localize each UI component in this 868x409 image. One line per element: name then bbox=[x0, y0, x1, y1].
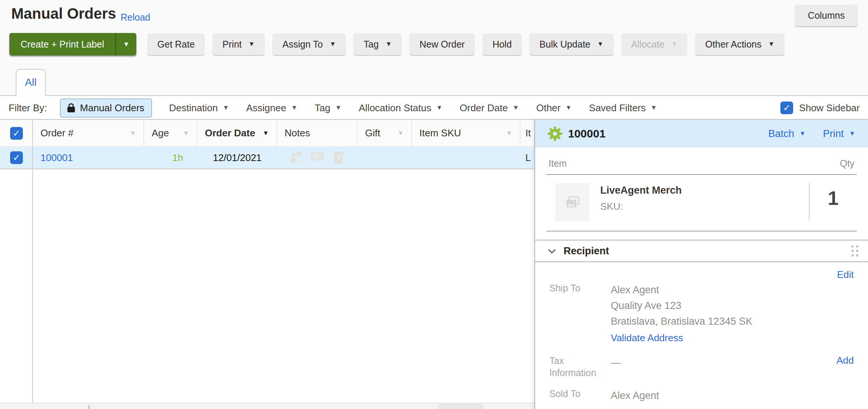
horizontal-scrollbar[interactable] bbox=[0, 403, 534, 409]
caret-down-icon: ▼ bbox=[671, 40, 678, 48]
print-button[interactable]: Print ▼ bbox=[213, 33, 264, 55]
column-notes[interactable]: Notes bbox=[277, 120, 358, 146]
orders-table: ✓ Order # ▼ Age ▼ Order Date ▼ Notes Gif… bbox=[0, 120, 534, 409]
drag-handle-icon[interactable] bbox=[852, 245, 858, 257]
show-sidebar-toggle[interactable]: ✓ Show Sidebar bbox=[780, 102, 860, 114]
show-sidebar-label: Show Sidebar bbox=[799, 102, 860, 114]
recipient-section-title: Recipient bbox=[564, 245, 609, 257]
columns-button-label: Columns bbox=[808, 10, 845, 21]
toolbar: Create + Print Label ▼ Get Rate Print ▼ … bbox=[9, 33, 859, 55]
sidebar-order-number: 100001 bbox=[568, 127, 606, 140]
caret-down-icon: ▼ bbox=[506, 130, 512, 137]
check-icon: ✓ bbox=[783, 103, 790, 113]
caret-down-icon: ▼ bbox=[651, 104, 657, 112]
sidebar-body: Item Qty LiveAgent Merch SKU: bbox=[535, 148, 868, 403]
filter-label: Saved Filters bbox=[589, 102, 646, 114]
filter-saved-filters[interactable]: Saved Filters ▼ bbox=[589, 102, 657, 114]
buyer-note-icon[interactable] bbox=[288, 150, 303, 166]
create-print-label-dropdown[interactable]: ▼ bbox=[115, 33, 136, 55]
item-image-placeholder bbox=[555, 183, 590, 222]
create-print-label-button[interactable]: Create + Print Label ▼ bbox=[9, 33, 136, 55]
recipient-street: Quality Ave 123 bbox=[611, 298, 752, 313]
bulk-update-button[interactable]: Bulk Update ▼ bbox=[530, 33, 613, 55]
filter-assignee[interactable]: Assignee ▼ bbox=[246, 102, 297, 114]
item-qty-wrap: 1 bbox=[809, 183, 857, 221]
ship-to-label: Ship To bbox=[549, 282, 611, 346]
other-actions-button[interactable]: Other Actions ▼ bbox=[695, 33, 784, 55]
table-row[interactable]: ✓ 100001 1h 12/01/2021 bbox=[0, 147, 534, 169]
internal-note-icon[interactable] bbox=[331, 150, 347, 166]
filter-label: Destination bbox=[169, 102, 218, 114]
column-gift[interactable]: Gift ▼ bbox=[358, 120, 412, 146]
sold-to-row: Sold To Alex Agent bbox=[546, 388, 857, 403]
column-label: It bbox=[525, 127, 531, 139]
column-item-clipped[interactable]: It bbox=[521, 120, 531, 146]
columns-button[interactable]: Columns bbox=[795, 4, 858, 26]
caret-down-icon: ▼ bbox=[291, 104, 297, 112]
tax-information-value: — bbox=[611, 355, 621, 379]
caret-down-icon: ▼ bbox=[223, 104, 229, 112]
tab-all[interactable]: All bbox=[16, 69, 46, 96]
filter-by-label: Filter By: bbox=[9, 102, 47, 114]
new-order-button[interactable]: New Order bbox=[410, 33, 474, 55]
reload-link[interactable]: Reload bbox=[121, 12, 150, 23]
image-icon bbox=[564, 194, 581, 211]
items-header: Item Qty bbox=[546, 148, 857, 175]
button-label: Hold bbox=[492, 39, 512, 50]
batch-menu[interactable]: Batch ▼ bbox=[768, 128, 806, 140]
filter-tag[interactable]: Tag ▼ bbox=[315, 102, 342, 114]
recipient-city: Bratislava, Bratislava 12345 SK bbox=[611, 313, 752, 329]
order-number-link[interactable]: 100001 bbox=[33, 152, 144, 164]
row-checkbox[interactable]: ✓ bbox=[10, 151, 23, 164]
tax-information-row: Tax Information — Add bbox=[546, 355, 857, 379]
assign-to-button[interactable]: Assign To ▼ bbox=[273, 33, 346, 55]
button-label: New Order bbox=[419, 39, 465, 50]
edit-link[interactable]: Edit bbox=[837, 269, 854, 280]
column-item-sku[interactable]: Item SKU ▼ bbox=[412, 120, 521, 146]
show-sidebar-checkbox[interactable]: ✓ bbox=[780, 102, 793, 114]
caret-down-icon: ▼ bbox=[799, 130, 806, 137]
filter-label: Allocation Status bbox=[359, 102, 431, 114]
hold-button[interactable]: Hold bbox=[483, 33, 521, 55]
button-label: Get Rate bbox=[157, 39, 195, 50]
locked-filter-label: Manual Orders bbox=[80, 102, 145, 114]
column-order-date[interactable]: Order Date ▼ bbox=[197, 120, 277, 146]
filter-label: Order Date bbox=[460, 102, 508, 114]
button-label: Bulk Update bbox=[540, 39, 591, 50]
tax-information-label: Tax Information bbox=[549, 355, 611, 379]
get-rate-button[interactable]: Get Rate bbox=[148, 33, 204, 55]
gear-icon[interactable] bbox=[547, 126, 563, 142]
filter-allocation-status[interactable]: Allocation Status ▼ bbox=[359, 102, 443, 114]
button-label: Other Actions bbox=[705, 39, 761, 50]
add-tax-link[interactable]: Add bbox=[837, 355, 854, 379]
recipient-section-header[interactable]: Recipient bbox=[535, 240, 868, 262]
tag-button[interactable]: Tag ▼ bbox=[354, 33, 401, 55]
manual-orders-page: Manual Orders Reload Columns Create + Pr… bbox=[0, 0, 868, 409]
tab-bar: All bbox=[0, 60, 868, 96]
validate-address-link[interactable]: Validate Address bbox=[611, 330, 752, 346]
caret-down-icon: ▼ bbox=[768, 40, 774, 48]
caret-down-icon: ▼ bbox=[436, 104, 443, 112]
order-age: 1h bbox=[144, 152, 197, 164]
marketplace-note-icon[interactable] bbox=[309, 150, 325, 166]
filter-order-date[interactable]: Order Date ▼ bbox=[460, 102, 519, 114]
column-label: Gift bbox=[365, 127, 380, 139]
ship-to-value: Alex Agent Quality Ave 123 Bratislava, B… bbox=[611, 282, 752, 346]
caret-down-icon: ▼ bbox=[183, 130, 189, 137]
print-menu[interactable]: Print ▼ bbox=[823, 128, 855, 140]
item-sku: SKU: bbox=[600, 201, 682, 212]
filter-other[interactable]: Other ▼ bbox=[536, 102, 572, 114]
filter-bar: Filter By: Manual Orders Destination ▼ A… bbox=[0, 97, 868, 119]
locked-filter-manual-orders[interactable]: Manual Orders bbox=[60, 99, 152, 118]
filter-destination[interactable]: Destination ▼ bbox=[169, 102, 229, 114]
table-header-row: ✓ Order # ▼ Age ▼ Order Date ▼ Notes Gif… bbox=[0, 120, 534, 147]
column-label: Item SKU bbox=[419, 127, 461, 139]
column-age[interactable]: Age ▼ bbox=[144, 120, 197, 146]
filter-label: Assignee bbox=[246, 102, 286, 114]
column-label: Order # bbox=[40, 127, 73, 139]
order-notes-cell bbox=[277, 150, 358, 166]
lock-icon bbox=[67, 107, 75, 112]
scrollbar-thumb[interactable] bbox=[438, 404, 483, 409]
column-order-number[interactable]: Order # ▼ bbox=[33, 120, 144, 146]
select-all-checkbox[interactable]: ✓ bbox=[10, 127, 23, 140]
